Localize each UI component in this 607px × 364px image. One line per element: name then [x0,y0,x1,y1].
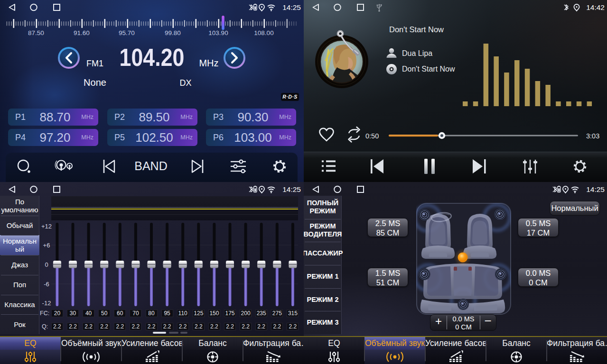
svg-text:BAND: BAND [134,159,167,173]
